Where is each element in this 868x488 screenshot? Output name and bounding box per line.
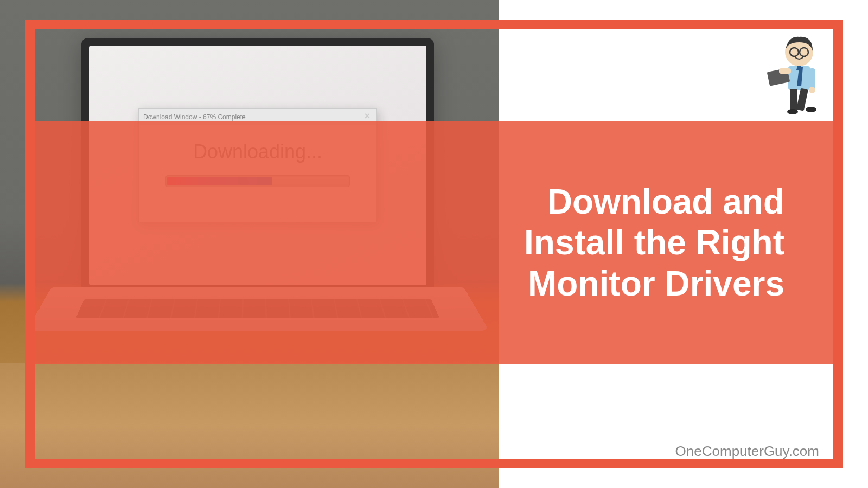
svg-point-10 xyxy=(809,87,815,93)
page-title: Download and Install the Right Monitor D… xyxy=(437,182,784,305)
svg-rect-11 xyxy=(790,89,797,111)
svg-point-14 xyxy=(806,107,816,112)
featured-image-card: Download Window - 67% Complete × Downloa… xyxy=(0,0,868,488)
svg-rect-8 xyxy=(779,68,791,74)
computer-guy-mascot-icon xyxy=(758,24,840,116)
site-attribution: OneComputerGuy.com xyxy=(675,443,819,460)
svg-rect-9 xyxy=(809,68,815,89)
download-dialog-title: Download Window - 67% Complete xyxy=(143,113,246,121)
close-icon: × xyxy=(362,112,372,122)
svg-rect-12 xyxy=(796,88,808,111)
svg-point-13 xyxy=(787,109,798,114)
title-overlay-panel: Download and Install the Right Monitor D… xyxy=(25,121,833,364)
